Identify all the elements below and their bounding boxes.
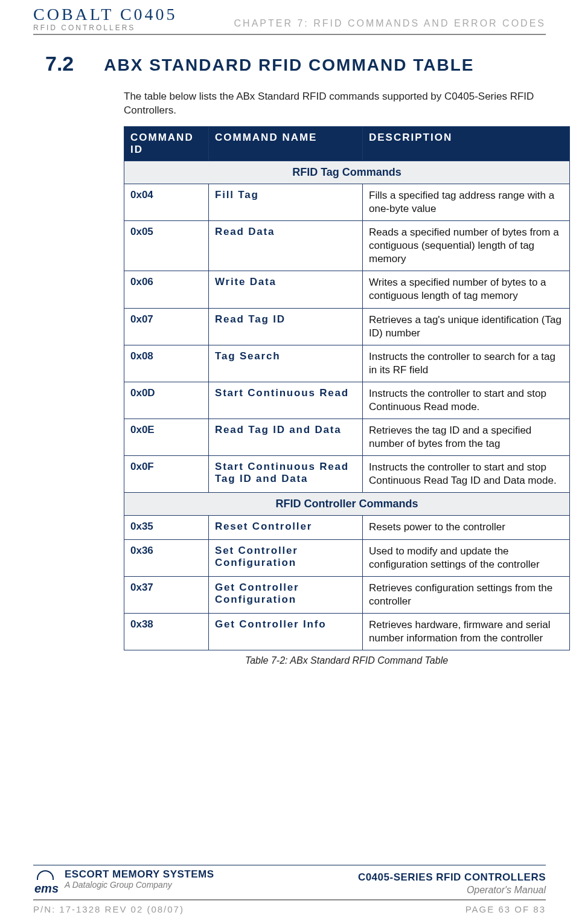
page-number: PAGE 63 OF 83: [465, 904, 546, 914]
cmd-desc: Retrieves hardware, firmware and serial …: [363, 613, 570, 650]
table-section-rfid-tag: RFID Tag Commands: [124, 161, 570, 184]
cmd-desc: Retrieves configuration settings from th…: [363, 576, 570, 613]
command-table: COMMAND ID COMMAND NAME DESCRIPTION RFID…: [124, 126, 570, 650]
table-row: 0x05 Read Data Reads a specified number …: [124, 221, 570, 271]
cmd-desc: Resets power to the controller: [363, 516, 570, 539]
table-section-label: RFID Tag Commands: [124, 161, 570, 184]
footer-top: ems ESCORT MEMORY SYSTEMS A Datalogic Gr…: [33, 865, 546, 900]
section-intro: The table below lists the ABx Standard R…: [124, 90, 540, 118]
cmd-id: 0x37: [124, 576, 209, 613]
cmd-name: Start Continuous Read Tag ID and Data: [209, 456, 363, 493]
cmd-desc: Retrieves a tag's unique identification …: [363, 308, 570, 345]
ems-logo-text: ems: [34, 882, 59, 896]
table-row: 0x35 Reset Controller Resets power to th…: [124, 516, 570, 539]
part-number: P/N: 17-1328 REV 02 (08/07): [33, 904, 184, 914]
table-section-label: RFID Controller Commands: [124, 493, 570, 516]
cmd-desc: Instructs the controller to search for a…: [363, 345, 570, 382]
section-number: 7.2: [45, 52, 74, 75]
ems-tagline: A Datalogic Group Company: [65, 881, 214, 890]
cmd-id: 0x0D: [124, 382, 209, 419]
col-header-name: COMMAND NAME: [209, 126, 363, 161]
table-row: 0x0E Read Tag ID and Data Retrieves the …: [124, 419, 570, 456]
section-title: ABX STANDARD RFID COMMAND TABLE: [104, 56, 474, 75]
cmd-name: Write Data: [209, 271, 363, 308]
table-row: 0x06 Write Data Writes a specified numbe…: [124, 271, 570, 308]
page-header: COBALT C0405 RFID CONTROLLERS CHAPTER 7:…: [33, 0, 546, 35]
cmd-id: 0x0E: [124, 419, 209, 456]
footer-left: ems ESCORT MEMORY SYSTEMS A Datalogic Gr…: [33, 869, 214, 896]
table-row: 0x37 Get Controller Configuration Retrie…: [124, 576, 570, 613]
cmd-name: Get Controller Configuration: [209, 576, 363, 613]
cmd-name: Tag Search: [209, 345, 363, 382]
ems-company: ESCORT MEMORY SYSTEMS: [65, 869, 214, 881]
cmd-name: Start Continuous Read: [209, 382, 363, 419]
cmd-name: Read Tag ID: [209, 308, 363, 345]
cmd-desc: Reads a specified number of bytes from a…: [363, 221, 570, 271]
ems-text-block: ESCORT MEMORY SYSTEMS A Datalogic Group …: [65, 869, 214, 890]
manual-title: Operator's Manual: [358, 884, 546, 896]
table-header-row: COMMAND ID COMMAND NAME DESCRIPTION: [124, 126, 570, 161]
product-series: C0405-SERIES RFID CONTROLLERS: [358, 871, 546, 884]
cmd-id: 0x07: [124, 308, 209, 345]
ems-logo-icon: ems: [33, 869, 60, 896]
table-caption: Table 7-2: ABx Standard RFID Command Tab…: [124, 655, 569, 666]
brand-block: COBALT C0405 RFID CONTROLLERS: [33, 6, 178, 31]
cmd-desc: Fills a specified tag address range with…: [363, 184, 570, 220]
cmd-id: 0x06: [124, 271, 209, 308]
table-row: 0x0D Start Continuous Read Instructs the…: [124, 382, 570, 419]
table-row: 0x38 Get Controller Info Retrieves hardw…: [124, 613, 570, 650]
table-row: 0x0F Start Continuous Read Tag ID and Da…: [124, 456, 570, 493]
cmd-id: 0x04: [124, 184, 209, 220]
cmd-desc: Writes a specified number of bytes to a …: [363, 271, 570, 308]
cmd-desc: Retrieves the tag ID and a specified num…: [363, 419, 570, 456]
cmd-name: Fill Tag: [209, 184, 363, 220]
col-header-id: COMMAND ID: [124, 126, 209, 161]
cmd-name: Reset Controller: [209, 516, 363, 539]
table-row: 0x36 Set Controller Configuration Used t…: [124, 539, 570, 576]
table-row: 0x08 Tag Search Instructs the controller…: [124, 345, 570, 382]
brand-top: COBALT C0405: [33, 6, 178, 23]
footer-bottom: P/N: 17-1328 REV 02 (08/07) PAGE 63 OF 8…: [33, 900, 546, 914]
table-row: 0x07 Read Tag ID Retrieves a tag's uniqu…: [124, 308, 570, 345]
page-footer: ems ESCORT MEMORY SYSTEMS A Datalogic Gr…: [33, 865, 546, 914]
cmd-id: 0x0F: [124, 456, 209, 493]
cmd-id: 0x36: [124, 539, 209, 576]
col-header-desc: DESCRIPTION: [363, 126, 570, 161]
cmd-id: 0x35: [124, 516, 209, 539]
cmd-name: Read Data: [209, 221, 363, 271]
cmd-id: 0x38: [124, 613, 209, 650]
cmd-id: 0x08: [124, 345, 209, 382]
table-section-rfid-controller: RFID Controller Commands: [124, 493, 570, 516]
cmd-name: Set Controller Configuration: [209, 539, 363, 576]
chapter-label: CHAPTER 7: RFID COMMANDS AND ERROR CODES: [234, 18, 546, 31]
cmd-desc: Used to modify and update the configurat…: [363, 539, 570, 576]
cmd-desc: Instructs the controller to start and st…: [363, 382, 570, 419]
table-row: 0x04 Fill Tag Fills a specified tag addr…: [124, 184, 570, 220]
section-heading: 7.2 ABX STANDARD RFID COMMAND TABLE: [45, 52, 546, 75]
cmd-name: Read Tag ID and Data: [209, 419, 363, 456]
cmd-name: Get Controller Info: [209, 613, 363, 650]
footer-right: C0405-SERIES RFID CONTROLLERS Operator's…: [358, 871, 546, 896]
cmd-id: 0x05: [124, 221, 209, 271]
cmd-desc: Instructs the controller to start and st…: [363, 456, 570, 493]
brand-sub: RFID CONTROLLERS: [33, 24, 178, 31]
